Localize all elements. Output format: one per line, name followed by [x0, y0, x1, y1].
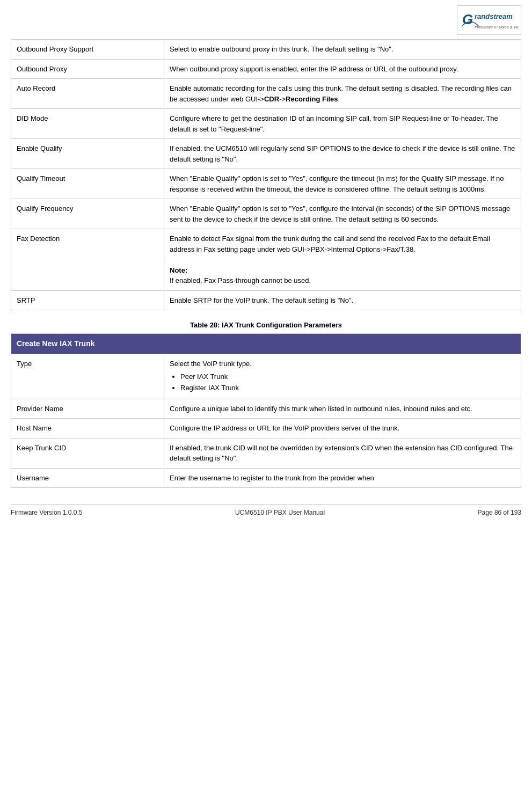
row-label: Enable Qualify: [11, 139, 164, 169]
row-label: Auto Record: [11, 79, 164, 109]
list-item: Register IAX Trunk: [180, 383, 515, 393]
table-row: Fax Detection Enable to detect Fax signa…: [11, 229, 521, 291]
table-row: Type Select the VoIP trunk type. Peer IA…: [11, 354, 521, 399]
sip-trunk-table: Outbound Proxy Support Select to enable …: [11, 39, 521, 310]
iax-section-header: Create New IAX Trunk: [11, 334, 521, 354]
row-description: Select the VoIP trunk type. Peer IAX Tru…: [164, 354, 521, 399]
table-row: Outbound Proxy Support Select to enable …: [11, 40, 521, 60]
row-label: Fax Detection: [11, 229, 164, 291]
row-label: Outbound Proxy Support: [11, 40, 164, 60]
row-description: If enabled, the UCM6510 will regularly s…: [164, 139, 521, 169]
table-row: Qualify Timeout When "Enable Qualify" op…: [11, 169, 521, 199]
table-row: Qualify Frequency When "Enable Qualify" …: [11, 199, 521, 229]
type-intro: Select the VoIP trunk type.: [170, 360, 252, 368]
row-label: Host Name: [11, 419, 164, 439]
svg-text:randstream: randstream: [475, 12, 513, 20]
type-bullet-list: Peer IAX Trunk Register IAX Trunk: [170, 371, 515, 393]
row-description: Select to enable outbound proxy in this …: [164, 40, 521, 60]
note-text: If enabled, Fax Pass-through cannot be u…: [170, 276, 311, 284]
row-description: Enable SRTP for the VoIP trunk. The defa…: [164, 290, 521, 310]
row-label: Provider Name: [11, 399, 164, 419]
row-description: When "Enable Qualify" option is set to "…: [164, 199, 521, 229]
row-description: When outbound proxy support is enabled, …: [164, 59, 521, 79]
row-description: Configure where to get the destination I…: [164, 109, 521, 139]
svg-text:Innovative IP Voice & Video: Innovative IP Voice & Video: [475, 25, 519, 30]
row-label: DID Mode: [11, 109, 164, 139]
note-label: Note:: [170, 266, 187, 274]
table-row: Keep Trunk CID If enabled, the trunk CID…: [11, 438, 521, 468]
iax-table-caption: Table 28: IAX Trunk Configuration Parame…: [11, 321, 521, 329]
row-label: Qualify Timeout: [11, 169, 164, 199]
row-label: Outbound Proxy: [11, 59, 164, 79]
manual-title: UCM6510 IP PBX User Manual: [235, 509, 325, 516]
row-label: Qualify Frequency: [11, 199, 164, 229]
table-row: Outbound Proxy When outbound proxy suppo…: [11, 59, 521, 79]
table-row: Enable Qualify If enabled, the UCM6510 w…: [11, 139, 521, 169]
row-label: Type: [11, 354, 164, 399]
header-logo: G randstream Innovative IP Voice & Video: [11, 5, 521, 35]
row-description: Enable to detect Fax signal from the tru…: [164, 229, 521, 291]
row-label: SRTP: [11, 290, 164, 310]
row-description: If enabled, the trunk CID will not be ov…: [164, 438, 521, 468]
row-description: When "Enable Qualify" option is set to "…: [164, 169, 521, 199]
fax-description-main: Enable to detect Fax signal from the tru…: [170, 235, 490, 253]
page-number: Page 86 of 193: [478, 509, 521, 516]
section-header-label: Create New IAX Trunk: [11, 334, 521, 354]
table-row: DID Mode Configure where to get the dest…: [11, 109, 521, 139]
grandstream-logo: G randstream Innovative IP Voice & Video: [457, 5, 521, 35]
row-description: Enter the username to register to the tr…: [164, 468, 521, 488]
table-row: Provider Name Configure a unique label t…: [11, 399, 521, 419]
row-label: Username: [11, 468, 164, 488]
table-row: Username Enter the username to register …: [11, 468, 521, 488]
row-description: Enable automatic recording for the calls…: [164, 79, 521, 109]
page-footer: Firmware Version 1.0.0.5 UCM6510 IP PBX …: [11, 504, 521, 516]
table-row: Host Name Configure the IP address or UR…: [11, 419, 521, 439]
table-row: Auto Record Enable automatic recording f…: [11, 79, 521, 109]
iax-trunk-table: Create New IAX Trunk Type Select the VoI…: [11, 333, 521, 488]
firmware-version: Firmware Version 1.0.0.5: [11, 509, 82, 516]
row-description: Configure a unique label to identify thi…: [164, 399, 521, 419]
list-item: Peer IAX Trunk: [180, 371, 515, 382]
table-row: SRTP Enable SRTP for the VoIP trunk. The…: [11, 290, 521, 310]
svg-text:G: G: [462, 11, 473, 27]
row-description: Configure the IP address or URL for the …: [164, 419, 521, 439]
row-label: Keep Trunk CID: [11, 438, 164, 468]
